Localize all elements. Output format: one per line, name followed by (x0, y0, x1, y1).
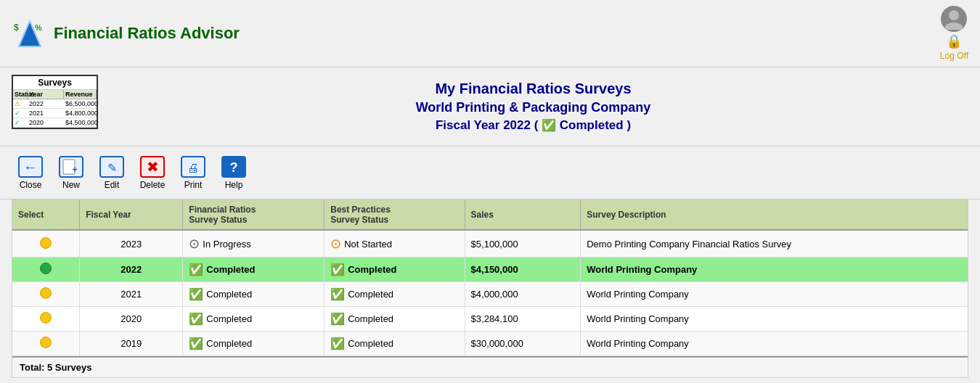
select-dot (40, 312, 52, 324)
new-label: New (62, 180, 80, 190)
cell-sales: $5,100,000 (465, 230, 581, 258)
select-dot (40, 337, 52, 348)
cell-fr-status: ✅Completed (183, 258, 324, 282)
new-icon: + (58, 155, 84, 178)
delete-label: Delete (140, 180, 166, 190)
svg-text:←: ← (23, 159, 38, 175)
table-footer: Total: 5 Surveys (12, 356, 968, 377)
col-header-select: Select (12, 200, 80, 230)
edit-button[interactable]: ✎ Edit (93, 152, 131, 193)
fr-status-label: In Progress (203, 239, 250, 250)
cell-sales: $4,150,000 (465, 258, 581, 282)
row3-year: 2020 (28, 118, 64, 127)
surveys-panel-title: Surveys (13, 76, 97, 90)
col-status: Status (13, 90, 28, 99)
row2-year: 2021 (28, 109, 64, 118)
table-row[interactable]: 2019✅Completed✅Completed$30,000,000World… (12, 331, 968, 356)
cell-bp-status: ✅Completed (324, 282, 465, 307)
svg-text:✎: ✎ (107, 162, 117, 174)
total-surveys-label: Total: 5 Surveys (20, 362, 91, 373)
cell-select[interactable] (12, 307, 80, 331)
header: $ % Financial Ratios Advisor 🔒 Log Off (0, 0, 980, 67)
toolbar: ← Close + New ✎ Edit ✖ (0, 146, 980, 199)
close-button[interactable]: ← Close (12, 152, 49, 193)
cell-fiscal-year: 2019 (80, 331, 183, 356)
fr-status-label: Completed (206, 313, 252, 324)
fr-status-icon: ✅ (189, 312, 203, 326)
bp-status-icon: ⊙ (330, 236, 341, 252)
logo-icon: $ % (12, 17, 48, 50)
edit-icon: ✎ (99, 155, 125, 178)
surveys-panel-row-1: ⚠ 2022 $6,500,000 (13, 99, 97, 109)
cell-fiscal-year: 2023 (80, 230, 183, 258)
surveys-panel-row-2: ✓ 2021 $4,800,000 (13, 109, 97, 118)
help-label: Help (225, 180, 243, 190)
logoff-button[interactable]: 🔒 Log Off (940, 33, 968, 61)
bp-status-label: Completed (348, 264, 396, 275)
fr-status-icon: ✅ (189, 337, 203, 350)
logo-area: $ % Financial Ratios Advisor (12, 17, 240, 50)
bp-status-icon: ✅ (330, 263, 345, 276)
surveys-panel-header: Status Year Revenue (13, 90, 97, 99)
print-button[interactable]: 🖨 Print (174, 152, 212, 193)
help-button[interactable]: ? Help (215, 152, 253, 193)
col-header-sales: Sales (465, 200, 581, 230)
col-revenue: Revenue (64, 90, 97, 99)
page-title-line3-prefix: Fiscal Year 2022 ( (436, 118, 538, 132)
cell-fiscal-year: 2021 (80, 282, 183, 307)
table-header-row: Select Fiscal Year Financial RatiosSurve… (12, 200, 968, 230)
table-row[interactable]: 2023⊙In Progress⊙Not Started$5,100,000De… (12, 230, 968, 258)
cell-select[interactable] (12, 230, 80, 258)
bp-status-icon: ✅ (330, 312, 345, 326)
surveys-panel-row-3: ✓ 2020 $4,500,000 (13, 118, 97, 128)
cell-select[interactable] (12, 258, 80, 282)
svg-text:+: + (72, 164, 78, 175)
cell-fr-status: ✅Completed (183, 331, 324, 356)
cell-select[interactable] (12, 282, 80, 307)
cell-sales: $30,000,000 (465, 331, 581, 356)
cell-select[interactable] (12, 331, 80, 356)
col-header-bp-status: Best PracticesSurvey Status (324, 200, 465, 230)
svg-text:?: ? (230, 160, 238, 175)
col-header-description: Survey Description (581, 200, 968, 230)
svg-text:✖: ✖ (147, 159, 159, 175)
table-row[interactable]: 2020✅Completed✅Completed$3,284,100World … (12, 307, 968, 331)
cell-description: World Printing Company (581, 307, 968, 331)
close-label: Close (20, 180, 42, 190)
row3-revenue: $4,500,000 (64, 118, 97, 127)
cell-sales: $3,284,100 (465, 307, 581, 331)
bp-status-label: Completed (348, 289, 393, 300)
cell-fr-status: ⊙In Progress (183, 230, 324, 258)
surveys-table-container: Select Fiscal Year Financial RatiosSurve… (12, 199, 968, 378)
bp-status-label: Not Started (344, 239, 392, 250)
select-dot (40, 237, 52, 249)
row2-revenue: $4,800,000 (64, 109, 97, 118)
cell-bp-status: ✅Completed (324, 307, 465, 331)
logoff-label: Log Off (940, 51, 968, 61)
cell-bp-status: ✅Completed (324, 331, 465, 356)
header-right: 🔒 Log Off (940, 6, 968, 61)
surveys-panel: Surveys Status Year Revenue ⚠ 2022 $6,50… (12, 75, 98, 129)
delete-button[interactable]: ✖ Delete (134, 152, 171, 193)
close-icon: ← (17, 155, 44, 178)
delete-icon: ✖ (139, 155, 166, 178)
row3-status-icon: ✓ (13, 118, 28, 127)
page-title-area: My Financial Ratios Surveys World Printi… (98, 75, 968, 139)
table-row[interactable]: 2022✅Completed✅Completed$4,150,000World … (12, 258, 968, 282)
col-year: Year (28, 90, 64, 99)
lock-icon: 🔒 (946, 33, 962, 49)
select-dot (40, 263, 52, 274)
top-section: Surveys Status Year Revenue ⚠ 2022 $6,50… (0, 67, 980, 146)
cell-description: World Printing Company (581, 331, 968, 356)
logo-text: Financial Ratios Advisor (54, 24, 240, 43)
cell-fr-status: ✅Completed (183, 282, 324, 307)
cell-description: Demo Printing Company Financial Ratios S… (581, 230, 968, 258)
user-avatar-icon[interactable] (941, 6, 967, 32)
bp-status-label: Completed (348, 338, 393, 349)
table-row[interactable]: 2021✅Completed✅Completed$4,000,000World … (12, 282, 968, 307)
new-button[interactable]: + New (52, 152, 90, 193)
bp-status-icon: ✅ (330, 337, 345, 350)
page-title-line2: World Printing & Packaging Company (98, 100, 968, 115)
fr-status-icon: ✅ (189, 287, 203, 301)
fr-status-label: Completed (206, 264, 255, 275)
